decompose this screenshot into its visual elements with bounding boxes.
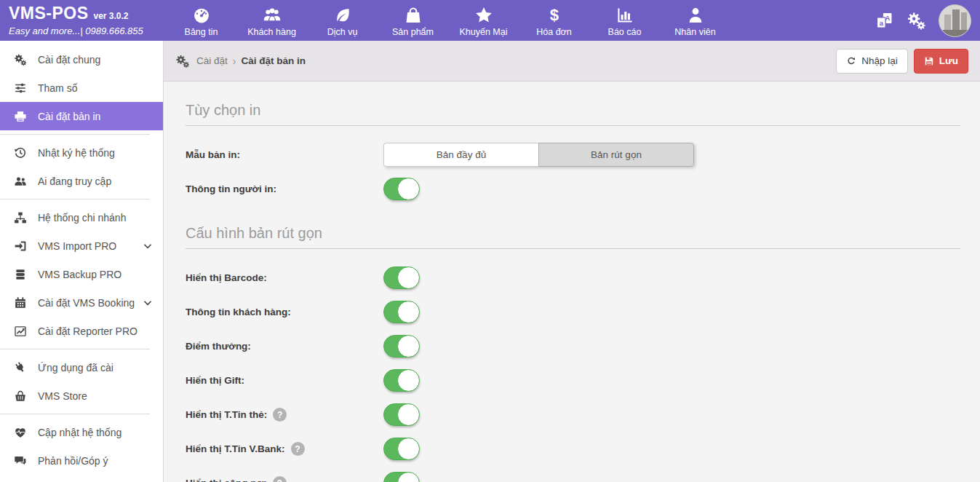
toggle-show-barcode[interactable] (383, 266, 419, 289)
toggle-knob (397, 301, 420, 323)
nav-item-customers[interactable]: Khách hàng (236, 0, 307, 41)
reset-button-label: Nhập lại (861, 55, 898, 66)
toggle-show-card-info[interactable] (383, 403, 419, 426)
language-icon[interactable]: Aa (875, 11, 894, 31)
sidebar-item-label: Ai đang truy cập (38, 175, 111, 187)
sidebar-item-label: Tham số (38, 82, 77, 94)
setting-label: Mẫu bản in: (186, 149, 240, 160)
sidebar-item-print-settings[interactable]: Cài đặt bản in (0, 102, 163, 130)
printer-info-row: Thông tin người in: (186, 172, 960, 206)
svg-text:$: $ (549, 6, 558, 24)
leaf-icon (333, 6, 352, 25)
nav-label: Bảng tin (185, 27, 218, 37)
sidebar-item-label: VMS Backup PRO (38, 269, 121, 280)
toggle-show-debt[interactable] (383, 472, 419, 482)
app-logo[interactable]: VMS-POS ver 3.0.2 Easy and more...| 0989… (0, 4, 166, 36)
toggle-knob (397, 369, 420, 392)
sidebar: Cài đặt chung Tham số Cài đặt bản in Nhậ… (0, 41, 164, 482)
sidebar-item-label: VMS Import PRO (38, 240, 116, 252)
person-icon (686, 6, 705, 25)
star-icon (474, 6, 493, 25)
avatar[interactable] (939, 4, 971, 37)
top-navigation: Bảng tin Khách hàng Dịch vụ Sản phẩm Khu… (166, 0, 730, 41)
calendar-icon (12, 296, 28, 309)
section-title-compact-config: Cấu hình bản rút gọn (186, 225, 960, 249)
gauge-icon (192, 6, 211, 25)
setting-label: Thông tin người in: (186, 183, 276, 194)
sidebar-item-vms-booking[interactable]: Cài đặt VMS Booking (0, 288, 163, 317)
sidebar-item-feedback[interactable]: Phản hồi/Góp ý (0, 446, 163, 475)
sidebar-divider (0, 134, 150, 135)
sidebar-divider (0, 349, 150, 349)
cogs-icon (12, 53, 28, 66)
toggle-printer-info[interactable] (383, 178, 419, 200)
svg-text:A: A (885, 14, 890, 22)
nav-item-reports[interactable]: Báo cáo (589, 0, 660, 41)
basket-icon (12, 390, 28, 403)
show-barcode-row: Hiển thị Barcode: (186, 261, 960, 295)
sitemap-icon (12, 211, 28, 224)
reset-button[interactable]: Nhập lại (836, 49, 908, 74)
toggle-knob (397, 438, 420, 460)
nav-item-services[interactable]: Dịch vụ (307, 0, 378, 41)
toggle-show-vbank-info[interactable] (383, 438, 419, 460)
nav-item-products[interactable]: Sản phẩm (378, 0, 448, 41)
help-icon[interactable]: ? (273, 408, 287, 422)
refresh-icon (846, 56, 856, 66)
breadcrumb-parent[interactable]: Cài đặt (196, 55, 228, 66)
save-button-label: Lưu (939, 55, 958, 66)
toggle-show-gift[interactable] (383, 369, 419, 392)
save-button[interactable]: Lưu (914, 49, 968, 74)
sidebar-divider (0, 414, 150, 414)
setting-label: Hiển thị T.Tin V.Bank: (186, 443, 285, 454)
customers-icon (263, 6, 282, 25)
help-icon[interactable]: ? (291, 442, 305, 456)
sidebar-item-online-users[interactable]: Ai đang truy cập (0, 167, 163, 195)
toggle-reward-points[interactable] (383, 335, 419, 357)
nav-item-staff[interactable]: Nhân viên (660, 0, 730, 41)
toggle-customer-info[interactable] (383, 301, 419, 323)
plug-icon (12, 361, 28, 374)
settings-gears-icon[interactable] (907, 11, 926, 31)
sidebar-item-label: Nhật ký hệ thống (38, 147, 115, 159)
show-gift-row: Hiển thị Gift: (186, 363, 960, 398)
save-icon (924, 56, 934, 66)
help-icon[interactable]: ? (273, 476, 287, 482)
sidebar-item-vms-backup[interactable]: VMS Backup PRO (0, 260, 163, 288)
sidebar-item-vms-store[interactable]: VMS Store (0, 382, 163, 410)
settings-gear-icon (175, 54, 190, 68)
nav-item-news[interactable]: Bảng tin (166, 0, 236, 41)
sidebar-item-system-log[interactable]: Nhật ký hệ thống (0, 138, 163, 167)
nav-item-promotions[interactable]: Khuyến Mại (448, 0, 519, 41)
sidebar-item-general-settings[interactable]: Cài đặt chung (0, 45, 163, 74)
sidebar-item-reporter-pro[interactable]: Cài đặt Reporter PRO (0, 317, 163, 345)
sidebar-item-vms-import[interactable]: VMS Import PRO (0, 232, 163, 260)
breadcrumb-bar: Cài đặt › Cài đặt bản in Nhập lại Lưu (164, 41, 980, 82)
sidebar-item-label: Hệ thống chi nhánh (38, 212, 126, 224)
print-template-compact-button[interactable]: Bản rút gọn (538, 143, 694, 167)
sidebar-item-system-update[interactable]: Cập nhật hệ thống (0, 418, 163, 446)
sidebar-item-label: Ứng dụng đã cài (38, 362, 113, 374)
toggle-knob (397, 472, 420, 482)
sidebar-item-parameters[interactable]: Tham số (0, 74, 163, 102)
sidebar-item-branch-system[interactable]: Hệ thống chi nhánh (0, 203, 163, 232)
sidebar-item-label: Cài đặt chung (38, 54, 100, 66)
setting-label: Hiển thị công nợ: (186, 478, 267, 482)
nav-item-invoices[interactable]: $ Hóa đơn (519, 0, 589, 41)
print-template-full-button[interactable]: Bản đầy đủ (383, 143, 538, 167)
sidebar-item-label: Cập nhật hệ thống (38, 427, 121, 438)
app-tagline: Easy and more...| 0989.666.855 (9, 25, 166, 36)
setting-label: Điểm thưởng: (186, 341, 251, 352)
setting-label: Hiển thị Gift: (186, 375, 244, 386)
setting-label: Thông tin khách hàng: (186, 307, 291, 317)
sign-in-icon (12, 240, 28, 253)
dollar-icon: $ (545, 6, 564, 25)
bar-chart-icon (616, 6, 634, 25)
chevron-down-icon (140, 240, 156, 253)
line-chart-icon (12, 325, 28, 338)
app-window: VMS-POS ver 3.0.2 Easy and more...| 0989… (0, 0, 980, 482)
sidebar-item-installed-apps[interactable]: Ứng dụng đã cài (0, 353, 163, 382)
nav-label: Báo cáo (608, 27, 642, 37)
users-icon (12, 175, 28, 188)
printer-icon (12, 110, 28, 123)
